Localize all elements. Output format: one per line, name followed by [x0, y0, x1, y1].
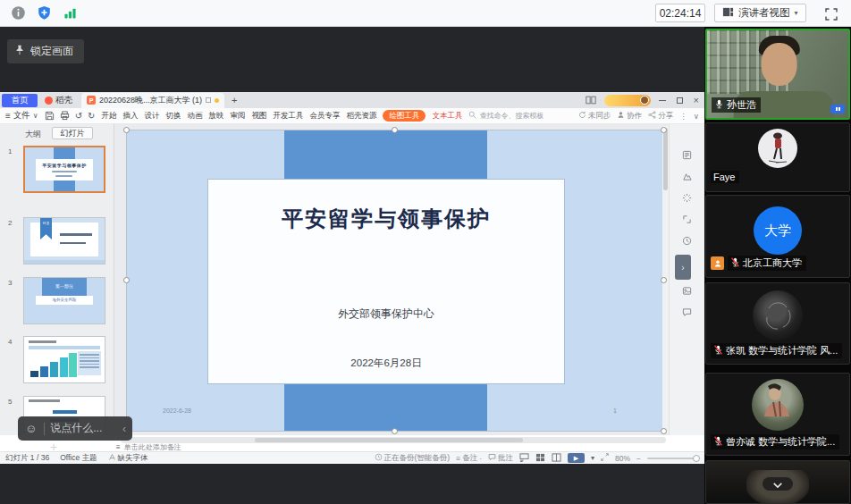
- zoom-out-button[interactable]: −: [636, 454, 641, 463]
- chat-collapse-icon[interactable]: ‹: [122, 423, 126, 435]
- slide-thumbnail-2[interactable]: 目录: [23, 217, 105, 265]
- chat-input-bar[interactable]: ☺ 说点什么... ‹: [18, 416, 132, 441]
- slide-text-card[interactable]: 平安留学与领事保护 外交部领事保护中心 2022年6月28日: [207, 179, 565, 384]
- participant-tile[interactable]: 大学 北京工商大学: [705, 195, 850, 278]
- member-icon: [711, 256, 724, 270]
- redo-icon[interactable]: ↻: [88, 111, 95, 121]
- slide-thumbnail-4[interactable]: [23, 336, 105, 383]
- member-upgrade-button[interactable]: [604, 95, 651, 106]
- slide-canvas[interactable]: 平安留学与领事保护 外交部领事保护中心 2022年6月28日 2022-6-28…: [114, 124, 669, 435]
- wps-home-button[interactable]: 首页: [2, 94, 38, 107]
- slide-sorter-icon[interactable]: [535, 453, 545, 464]
- selection-handle[interactable]: [392, 428, 398, 434]
- expand-panel-tab[interactable]: ›: [675, 255, 691, 280]
- participant-tile[interactable]: Faye: [705, 122, 850, 192]
- image-panel-icon[interactable]: [681, 285, 693, 297]
- pin-icon: [14, 45, 25, 58]
- ribbon-tab-slideshow[interactable]: 放映: [208, 111, 223, 122]
- tab-pin-icon[interactable]: [206, 97, 211, 103]
- mic-muted-icon: [713, 436, 723, 448]
- wps-docer-tab[interactable]: 稻壳: [45, 95, 72, 106]
- effects-panel-icon[interactable]: [681, 192, 693, 204]
- ribbon-tab-member[interactable]: 会员专享: [309, 111, 340, 122]
- participant-tile[interactable]: 曾亦诚 数学与统计学院...: [705, 373, 850, 456]
- chat-expand-plus[interactable]: +: [50, 440, 57, 454]
- command-search[interactable]: 查找命令、搜索模板: [468, 111, 543, 121]
- slide-thumbnail-1[interactable]: 平安留学与领事保护: [23, 146, 105, 193]
- reading-view-icon[interactable]: [552, 453, 561, 464]
- wps-document-tab[interactable]: P 20220628晚...京工商大学 (1): [81, 93, 224, 108]
- ribbon-tab-animation[interactable]: 动画: [187, 111, 202, 122]
- properties-panel-icon[interactable]: [681, 149, 693, 161]
- save-icon[interactable]: [45, 108, 55, 124]
- ribbon-tab-docer[interactable]: 稻壳资源: [346, 111, 376, 122]
- font-warning[interactable]: 缺失字体: [108, 453, 148, 464]
- collapse-ribbon-icon[interactable]: ∨: [694, 112, 699, 121]
- slide-date[interactable]: 2022年6月28日: [208, 357, 564, 370]
- scroll-more-button[interactable]: [763, 477, 793, 491]
- maximize-button[interactable]: [677, 97, 683, 104]
- backup-status[interactable]: 正在备份(智能备份): [375, 453, 451, 464]
- close-button[interactable]: ×: [694, 95, 699, 105]
- selection-handle[interactable]: [661, 127, 667, 133]
- chat-input-placeholder[interactable]: 说点什么...: [50, 421, 102, 436]
- ribbon-tab-insert[interactable]: 插入: [122, 111, 138, 122]
- tab-outline[interactable]: 大纲: [25, 129, 41, 140]
- comments-toggle[interactable]: 批注: [488, 453, 513, 464]
- more-options-icon[interactable]: ⋮: [679, 112, 687, 121]
- slideshow-play-button[interactable]: ▶: [568, 453, 585, 463]
- emoji-icon[interactable]: ☺: [25, 422, 37, 435]
- fullscreen-button[interactable]: [823, 6, 838, 21]
- comment-panel-icon[interactable]: [681, 307, 693, 318]
- selection-handle[interactable]: [123, 127, 130, 133]
- chevron-down-icon[interactable]: ▾: [591, 454, 594, 462]
- collaborate-button[interactable]: 协作: [617, 111, 642, 122]
- current-slide[interactable]: 平安留学与领事保护 外交部领事保护中心 2022年6月28日 2022-6-28…: [127, 130, 663, 431]
- history-panel-icon[interactable]: [681, 235, 693, 247]
- selection-pane-icon[interactable]: [681, 214, 693, 225]
- participant-tile[interactable]: 孙世浩: [705, 29, 850, 120]
- view-mode-button[interactable]: 演讲者视图 ▾: [714, 4, 806, 22]
- theme-name[interactable]: Office 主题: [60, 453, 97, 464]
- text-tools-tab[interactable]: 文本工具: [432, 111, 462, 122]
- print-icon[interactable]: [60, 108, 70, 124]
- security-shield-icon[interactable]: [36, 5, 52, 21]
- selection-handle[interactable]: [392, 127, 398, 133]
- new-tab-button[interactable]: +: [232, 95, 237, 105]
- participant-name: 曾亦诚 数学与统计学院...: [726, 435, 835, 449]
- network-signal-icon[interactable]: [62, 5, 78, 21]
- zoom-slider-knob[interactable]: [693, 455, 700, 462]
- fit-window-icon[interactable]: [601, 453, 609, 463]
- ribbon-tab-review[interactable]: 审阅: [230, 111, 245, 122]
- participant-tile[interactable]: 张凯 数学与统计学院 风...: [705, 282, 850, 365]
- share-button[interactable]: 分享: [648, 111, 673, 122]
- ribbon-tab-transition[interactable]: 切换: [165, 111, 181, 122]
- ribbon-tab-devtools[interactable]: 开发工具: [273, 111, 303, 122]
- normal-view-icon[interactable]: [519, 453, 529, 464]
- zoom-level[interactable]: 80%: [615, 454, 630, 463]
- ribbon-tab-design[interactable]: 设计: [144, 111, 159, 122]
- selection-handle[interactable]: [661, 277, 667, 283]
- file-menu[interactable]: ≡ 文件 ∨: [5, 110, 38, 122]
- zoom-slider[interactable]: [647, 458, 699, 459]
- interface-switch-icon[interactable]: [586, 92, 596, 108]
- lock-view-button[interactable]: 锁定画面: [7, 39, 84, 63]
- horizontal-scrollbar[interactable]: [121, 437, 666, 443]
- draw-tools-tab[interactable]: 绘图工具: [383, 110, 426, 122]
- slide-title[interactable]: 平安留学与领事保护: [208, 205, 564, 233]
- ribbon-tab-home[interactable]: 开始: [101, 111, 116, 122]
- animation-panel-icon[interactable]: [681, 171, 693, 182]
- slide-subtitle[interactable]: 外交部领事保护中心: [208, 307, 564, 322]
- tab-slides[interactable]: 幻灯片: [52, 127, 93, 139]
- notes-toggle[interactable]: ≡备注·: [456, 453, 482, 464]
- notes-bar[interactable]: ≡ 单击此处添加备注: [116, 443, 181, 451]
- selection-handle[interactable]: [661, 428, 667, 434]
- participant-tile[interactable]: [705, 460, 850, 504]
- minimize-button[interactable]: [659, 100, 666, 101]
- ribbon-tab-view[interactable]: 视图: [251, 111, 266, 122]
- slide-thumbnail-3[interactable]: 第一部分 海外安全风险: [23, 277, 105, 324]
- undo-icon[interactable]: ↺: [75, 111, 82, 121]
- sync-status-button[interactable]: 未同步: [578, 111, 611, 122]
- selection-handle[interactable]: [123, 277, 130, 283]
- info-icon[interactable]: [10, 5, 26, 21]
